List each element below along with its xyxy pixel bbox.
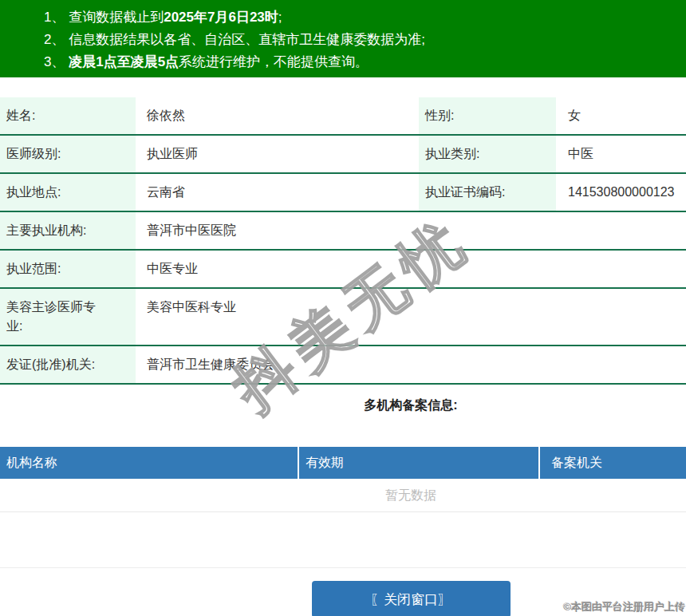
- field-label-scope: 执业范围:: [0, 251, 136, 287]
- column-header-institution: 机构名称: [0, 447, 298, 479]
- table-row: 姓名: 徐依然 性别: 女: [0, 97, 686, 136]
- field-label-cosmetic-specialty: 美容主诊医师专业:: [0, 289, 136, 345]
- records-table-header: 机构名称 有效期 备案机关: [0, 447, 686, 479]
- field-label-cert-no: 执业证书编码:: [419, 174, 556, 211]
- notice-text: 2、 信息数据结果以各省、自治区、直辖市卫生健康委数据为准;: [44, 32, 425, 47]
- field-value-level: 执业医师: [136, 136, 419, 172]
- field-value-gender: 女: [556, 97, 686, 134]
- notice-highlight: 2025年7月6日23时: [164, 10, 278, 25]
- section-divider: [0, 567, 686, 568]
- notice-banner: 1、 查询数据截止到2025年7月6日23时; 2、 信息数据结果以各省、自治区…: [0, 0, 686, 77]
- notice-line: 2、 信息数据结果以各省、自治区、直辖市卫生健康委数据为准;: [44, 29, 686, 51]
- field-label-main-institution: 主要执业机构:: [0, 212, 136, 249]
- field-label-category: 执业类别:: [419, 136, 556, 172]
- practitioner-info-table: 姓名: 徐依然 性别: 女 医师级别: 执业医师 执业类别: 中医 执业地点: …: [0, 97, 686, 385]
- field-value-cert-no: 141530800000123: [556, 174, 686, 211]
- field-value-location: 云南省: [136, 174, 419, 211]
- table-row: 主要执业机构: 普洱市中医医院: [0, 212, 686, 251]
- column-header-authority: 备案机关: [538, 447, 686, 479]
- field-value-issuing-authority: 普洱市卫生健康委员会: [136, 346, 686, 383]
- records-section-title: 多机构备案信息:: [0, 397, 686, 414]
- field-label-issuing-authority: 发证(批准)机关:: [0, 346, 136, 383]
- field-value-main-institution: 普洱市中医医院: [136, 212, 686, 249]
- table-row: 执业地点: 云南省 执业证书编码: 141530800000123: [0, 174, 686, 212]
- field-value-name: 徐依然: [136, 97, 419, 134]
- empty-state-text: 暂无数据: [0, 479, 686, 512]
- table-row: 发证(批准)机关: 普洱市卫生健康委员会: [0, 346, 686, 385]
- field-label-gender: 性别:: [419, 97, 556, 134]
- upload-note: ©本图由平台注册用户上传: [563, 600, 685, 614]
- table-row: 医师级别: 执业医师 执业类别: 中医: [0, 136, 686, 174]
- column-header-validity: 有效期: [298, 447, 538, 479]
- notice-highlight: 凌晨1点至凌晨5点: [69, 54, 179, 69]
- notice-text: 系统进行维护，不能提供查询。: [179, 54, 369, 69]
- notice-text: ;: [278, 10, 282, 25]
- table-row: 执业范围: 中医专业: [0, 251, 686, 289]
- field-label-level: 医师级别:: [0, 136, 136, 172]
- field-value-category: 中医: [556, 136, 686, 172]
- notice-text: 1、 查询数据截止到: [44, 10, 164, 25]
- result-page: 1、 查询数据截止到2025年7月6日23时; 2、 信息数据结果以各省、自治区…: [0, 0, 686, 616]
- field-value-scope: 中医专业: [136, 251, 686, 287]
- notice-line: 1、 查询数据截止到2025年7月6日23时;: [44, 6, 686, 29]
- notice-line: 3、 凌晨1点至凌晨5点系统进行维护，不能提供查询。: [44, 51, 686, 73]
- field-value-cosmetic-specialty: 美容中医科专业: [136, 289, 686, 345]
- field-label-location: 执业地点:: [0, 174, 136, 211]
- notice-text: 3、: [44, 54, 69, 69]
- close-window-button[interactable]: 〖关闭窗口〗: [312, 581, 511, 616]
- field-label-name: 姓名:: [0, 97, 136, 134]
- table-row: 美容主诊医师专业: 美容中医科专业: [0, 289, 686, 346]
